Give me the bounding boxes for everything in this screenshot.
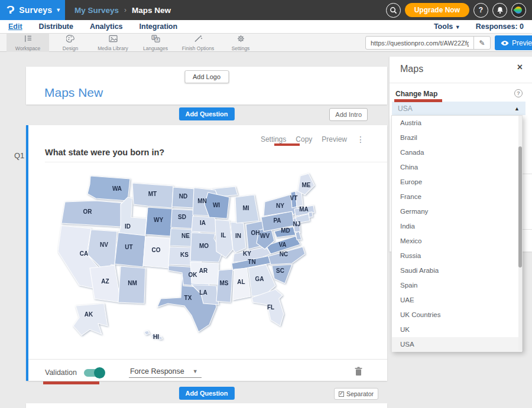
add-question-button-bottom[interactable]: Add Question: [179, 387, 234, 400]
breadcrumb-my-surveys[interactable]: My Surveys: [74, 6, 119, 15]
map-option-canada[interactable]: Canada: [392, 145, 522, 160]
kebab-menu-icon[interactable]: ⋮: [356, 135, 365, 144]
map-option-uk-countries[interactable]: UK Countries: [392, 308, 522, 322]
map-state-al[interactable]: [233, 268, 251, 300]
map-region[interactable]: [158, 337, 163, 340]
upgrade-now-button[interactable]: Upgrade Now: [405, 3, 469, 17]
map-select[interactable]: USA ▲: [392, 102, 525, 115]
map-state-ak[interactable]: [73, 303, 108, 335]
map-option-europe[interactable]: Europe: [392, 175, 522, 190]
separator-button[interactable]: ✓ Separator: [334, 388, 378, 400]
search-button[interactable]: [386, 3, 401, 18]
question-action-copy[interactable]: Copy: [296, 135, 312, 143]
toolbar-item-finish-options[interactable]: Finish Options: [177, 34, 219, 52]
change-map-label: Change Map: [395, 90, 437, 98]
eye-icon: [501, 40, 509, 46]
preview-button[interactable]: Preview: [495, 35, 532, 50]
toolbar-item-design[interactable]: Design: [49, 34, 92, 52]
tab-integration[interactable]: Integration: [140, 22, 178, 31]
map-option-uk[interactable]: UK: [392, 322, 522, 337]
chevron-down-icon: ▼: [193, 368, 198, 374]
map-state-sd[interactable]: [171, 209, 194, 229]
map-option-india[interactable]: India: [392, 219, 522, 234]
map-select-value: USA: [398, 105, 413, 113]
map-state-ut[interactable]: [115, 233, 145, 267]
help-icon[interactable]: ?: [514, 89, 523, 97]
map-option-france[interactable]: France: [392, 190, 522, 204]
scrollbar-thumb[interactable]: [518, 146, 522, 267]
toolbar-item-settings[interactable]: Settings: [219, 34, 262, 52]
edit-url-button[interactable]: ✎: [473, 37, 490, 49]
map-option-austria[interactable]: Austria: [392, 116, 522, 130]
question-text[interactable]: What state were you born in?: [45, 148, 164, 157]
divider: [45, 162, 387, 162]
map-state-co[interactable]: [143, 237, 170, 268]
map-option-usa[interactable]: USA: [392, 337, 522, 352]
annotation-underline-settings: [274, 143, 300, 146]
map-state-or[interactable]: [61, 201, 124, 227]
map-option-germany[interactable]: Germany: [392, 204, 522, 219]
map-state-az[interactable]: [90, 265, 121, 302]
header-actions: Upgrade Now ?: [386, 0, 526, 20]
product-switcher[interactable]: Ɂ Surveys ▼: [0, 0, 65, 20]
map-state-nd[interactable]: [172, 187, 195, 208]
question-actions: SettingsCopyPreview⋮: [261, 135, 365, 144]
survey-nav: EditDistributeAnalyticsIntegration Tools…: [0, 20, 532, 34]
close-icon[interactable]: ×: [517, 63, 523, 72]
map-state-wa[interactable]: [87, 176, 130, 201]
survey-title[interactable]: Maps New: [44, 86, 103, 100]
help-button[interactable]: ?: [473, 3, 488, 18]
breadcrumb-separator: ›: [124, 6, 126, 14]
map-state-hi[interactable]: [144, 331, 150, 335]
add-logo-button[interactable]: Add Logo: [184, 70, 229, 83]
map-option-uae[interactable]: UAE: [392, 293, 522, 308]
map-option-mexico[interactable]: Mexico: [392, 234, 522, 249]
map-state-mt[interactable]: [132, 183, 173, 208]
map-region[interactable]: [151, 334, 156, 337]
toolbar-items: WorkspaceDesignMedia Library文ALanguagesF…: [7, 34, 262, 52]
questionpro-logo-icon: Ɂ: [7, 4, 15, 17]
toolbar-item-label: Workspace: [15, 45, 40, 51]
map-state-in[interactable]: [231, 222, 246, 253]
map-option-spain[interactable]: Spain: [392, 278, 522, 293]
map-state-me[interactable]: [298, 174, 314, 195]
tab-distribute[interactable]: Distribute: [39, 22, 73, 31]
survey-url-input[interactable]: [366, 37, 473, 49]
map-state-ri[interactable]: [309, 212, 313, 217]
tab-analytics[interactable]: Analytics: [90, 22, 123, 31]
question-card: SettingsCopyPreview⋮ What state were you…: [26, 125, 387, 381]
map-option-china[interactable]: China: [392, 160, 522, 175]
toggle-knob: [94, 367, 105, 378]
map-state-wy[interactable]: [145, 207, 173, 236]
bell-icon: [497, 6, 504, 14]
map-state-ia[interactable]: [192, 216, 219, 233]
toolbar-item-workspace[interactable]: Workspace: [7, 34, 49, 52]
add-question-button[interactable]: Add Question: [179, 107, 234, 120]
map-option-saudi-arabia[interactable]: Saudi Arabia: [392, 263, 522, 278]
toolbar-item-media-library[interactable]: Media Library: [92, 34, 134, 52]
pencil-icon: ✎: [479, 39, 485, 47]
user-avatar[interactable]: [511, 3, 526, 18]
map-option-russia[interactable]: Russia: [392, 249, 522, 263]
notifications-button[interactable]: [492, 3, 507, 18]
add-intro-button[interactable]: Add Intro: [329, 108, 368, 121]
map-state-mi[interactable]: [235, 195, 259, 223]
map-state-il[interactable]: [215, 220, 233, 257]
map-state-wi[interactable]: [205, 192, 229, 218]
validation-option-dropdown[interactable]: Force Response ▼: [129, 367, 202, 378]
scrollbar-track[interactable]: [518, 116, 522, 351]
tab-edit[interactable]: Edit: [8, 22, 22, 31]
map-state-nm[interactable]: [118, 266, 145, 303]
map-state-ar[interactable]: [190, 262, 219, 285]
question-action-preview[interactable]: Preview: [322, 135, 347, 143]
delete-question-button[interactable]: [355, 367, 362, 378]
validation-toggle[interactable]: [84, 369, 104, 377]
next-section-edge: [26, 403, 387, 408]
map-state-sc[interactable]: [272, 265, 292, 283]
tools-menu[interactable]: Tools ▼: [434, 22, 460, 31]
responses-count: Responses: 0: [476, 22, 524, 31]
map-option-brazil[interactable]: Brazil: [392, 130, 522, 145]
toolbar-item-languages[interactable]: 文ALanguages: [134, 34, 177, 52]
map-state-ms[interactable]: [216, 269, 233, 302]
question-action-settings[interactable]: Settings: [261, 135, 286, 143]
